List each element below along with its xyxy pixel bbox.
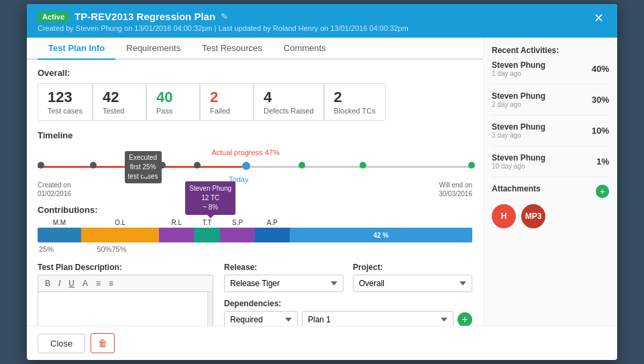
metric-label-test-cases: Test cases: [48, 107, 83, 115]
metrics-row: 123 Test cases 42 Tested 40 Pass 2: [38, 83, 472, 121]
release-field: Release: Release Tiger Release Lion: [224, 263, 343, 292]
activity-time-4: 10 day ago: [492, 163, 545, 170]
attachments-title-row: Attachments +: [492, 184, 609, 199]
project-select[interactable]: Overall Project A: [353, 275, 472, 292]
metric-label-failed: Failed: [210, 107, 244, 115]
contrib-seg-tt: [194, 228, 220, 242]
deps-row: Required Optional Plan 1 Plan 2 +: [224, 311, 472, 326]
contrib-bar: 42 %: [38, 228, 472, 242]
modal-main: Test Plan Info Requirements Test Resourc…: [27, 38, 483, 326]
attachment-h[interactable]: H: [492, 204, 516, 228]
activity-item-4: Steven Phung 10 day ago 1%: [492, 153, 609, 177]
tab-test-plan-info[interactable]: Test Plan Info: [38, 38, 115, 60]
dependencies-section: Dependencies: Required Optional Plan 1 P…: [224, 299, 472, 326]
close-button[interactable]: Close: [38, 334, 85, 353]
metric-number-blocked: 2: [334, 89, 376, 105]
contrib-seg-mm: [38, 228, 81, 242]
overall-label: Overall:: [38, 68, 472, 78]
dot-green-2: [360, 162, 366, 169]
lower-section: Test Plan Description: B I U A ≡ ≡: [27, 263, 483, 326]
activity-time-1: 1 day ago: [492, 70, 545, 77]
contrib-bar-container: Steven Phung 12 TC ~ 8% M.M O.L R.L T.T …: [38, 219, 472, 253]
activity-time-2: 2 day ago: [492, 101, 545, 108]
close-modal-button[interactable]: ✕: [591, 11, 606, 26]
contrib-seg-rl: [159, 228, 194, 242]
dot-1: [90, 162, 97, 169]
dot-green-1: [299, 162, 305, 169]
contrib-tooltip: Steven Phung 12 TC ~ 8%: [185, 181, 235, 215]
contrib-seg-ap: [255, 228, 290, 242]
release-label: Release:: [224, 263, 343, 272]
list-ul-button[interactable]: ≡: [93, 278, 103, 289]
timeline-section: Timeline Actual progress 47%: [27, 130, 483, 198]
contrib-name-mm: M.M: [38, 219, 81, 226]
metric-number-pass: 40: [156, 89, 190, 105]
activity-pct-1: 40%: [592, 64, 609, 74]
activity-name-3: Steven Phung: [492, 122, 545, 132]
edit-icon[interactable]: ✎: [221, 11, 228, 21]
tabs: Test Plan Info Requirements Test Resourc…: [27, 38, 483, 60]
modal-footer: Close 🗑: [27, 326, 617, 360]
contrib-seg-sp: [220, 228, 255, 242]
tab-requirements[interactable]: Requirements: [115, 38, 191, 60]
activity-name-1: Steven Phung: [492, 60, 545, 70]
recent-activities-title: Recent Activities:: [492, 46, 609, 55]
add-dependency-button[interactable]: +: [458, 312, 472, 326]
underline-button[interactable]: U: [66, 278, 77, 289]
metric-label-blocked: Blocked TCs: [334, 107, 376, 115]
attachment-mp3[interactable]: MP3: [521, 204, 545, 228]
modal-overlay: Active TP-REV2013 Regression Plan ✎ Crea…: [0, 0, 644, 364]
delete-button[interactable]: 🗑: [91, 333, 115, 353]
metric-number-test-cases: 123: [48, 89, 83, 105]
active-badge: Active: [38, 11, 69, 22]
contrib-name-sp: S.P: [220, 219, 255, 226]
activity-pct-2: 30%: [592, 95, 609, 105]
metric-tested: 42 Tested: [93, 83, 146, 121]
willend-label: Will end on30/03/2016: [439, 181, 472, 198]
contrib-seg-rest: 42 %: [290, 228, 472, 242]
modal-subtitle: Created by Steven Phung on 13/01/2016 04…: [38, 24, 409, 32]
release-project-section: Release: Release Tiger Release Lion Proj…: [224, 263, 472, 326]
release-select[interactable]: Release Tiger Release Lion: [224, 275, 343, 292]
bold-button[interactable]: B: [42, 278, 53, 289]
tab-test-resources[interactable]: Test Resources: [191, 38, 273, 60]
list-ol-button[interactable]: ≡: [106, 278, 116, 289]
font-color-button[interactable]: A: [80, 278, 91, 289]
actual-progress-label: Actual progress 47%: [211, 148, 280, 156]
metric-label-tested: Tested: [103, 107, 136, 115]
dep-type-select[interactable]: Required Optional: [224, 311, 298, 326]
modal-body: Test Plan Info Requirements Test Resourc…: [27, 38, 617, 326]
marker-50: 50%: [97, 245, 111, 253]
metric-blocked: 2 Blocked TCs: [324, 83, 386, 121]
metric-number-failed: 2: [210, 89, 244, 105]
created-label: Created on01/02/2016: [38, 181, 71, 198]
overall-section: Overall: 123 Test cases 42 Tested 40 Pas: [27, 68, 483, 121]
attachments-title: Attachments: [492, 184, 541, 193]
editor-area[interactable]: [38, 291, 213, 326]
editor-scrollbar[interactable]: [207, 292, 213, 326]
modal: Active TP-REV2013 Regression Plan ✎ Crea…: [27, 4, 617, 360]
timeline-track: [38, 166, 472, 168]
add-attachment-button[interactable]: +: [596, 185, 609, 198]
dot-end: [468, 162, 475, 169]
activity-name-4: Steven Phung: [492, 153, 545, 163]
dot-today: [242, 162, 250, 170]
contrib-seg-ol: [81, 228, 160, 242]
tab-comments[interactable]: Comments: [273, 38, 337, 60]
metric-pass: 40 Pass: [146, 83, 200, 121]
activity-item-3: Steven Phung 3 day ago 10%: [492, 122, 609, 146]
dep-plan-select[interactable]: Plan 1 Plan 2: [302, 311, 453, 326]
contributions-section: Contributions: Steven Phung 12 TC ~ 8% M…: [27, 205, 483, 253]
timeline-label: Timeline: [38, 130, 472, 140]
metric-label-defects: Defects Raised: [264, 107, 314, 115]
timeline-container: Actual progress 47%: [38, 144, 472, 198]
activity-name-2: Steven Phung: [492, 91, 545, 101]
activity-pct-4: 1%: [596, 156, 609, 167]
italic-button[interactable]: I: [56, 278, 63, 289]
metric-number-tested: 42: [103, 89, 136, 105]
contrib-markers: 25% 50% 75%: [38, 245, 472, 253]
editor-toolbar: B I U A ≡ ≡: [38, 275, 213, 291]
contrib-name-ol: O.L: [81, 219, 160, 226]
activity-time-3: 3 day ago: [492, 132, 545, 139]
test-plan-desc-label: Test Plan Description:: [38, 263, 213, 272]
